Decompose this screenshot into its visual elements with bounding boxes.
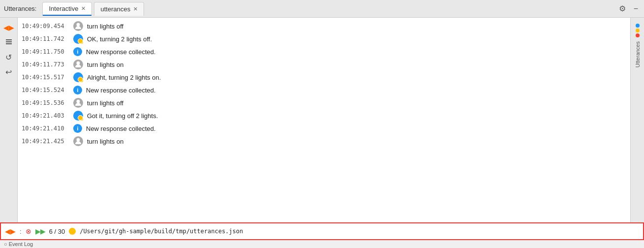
dot-yellow xyxy=(636,29,640,32)
utterance-text: turn lights off xyxy=(87,99,123,107)
timestamp: 10:49:15.524 xyxy=(22,87,73,93)
status-play-icon[interactable]: ◀▶ xyxy=(5,227,16,235)
right-sidebar-label[interactable]: Utterances xyxy=(635,41,641,67)
right-sidebar: Utterances xyxy=(630,18,644,222)
timestamp: 10:49:09.454 xyxy=(22,23,73,30)
settings-button[interactable]: ⚙ xyxy=(617,3,628,14)
svg-rect-0 xyxy=(6,39,12,40)
avatar xyxy=(73,21,83,31)
collapse-button[interactable]: − xyxy=(632,3,640,14)
timestamp: 10:49:11.773 xyxy=(22,61,73,68)
list-sidebar-icon[interactable] xyxy=(3,36,15,48)
avatar: i xyxy=(73,124,82,133)
utterances-list[interactable]: 10:49:09.454turn lights off10:49:11.742O… xyxy=(18,18,630,222)
utterance-text: New response collected. xyxy=(86,87,156,94)
timestamp: 10:49:21.425 xyxy=(22,138,73,145)
list-item[interactable]: 10:49:11.742OK, turning 2 lights off. xyxy=(18,32,630,45)
utterances-header-label: Utterances: xyxy=(4,5,36,12)
avatar: i xyxy=(73,47,82,56)
tab-interactive-close[interactable]: ✕ xyxy=(81,6,86,11)
tab-utterances[interactable]: utterances ✕ xyxy=(94,2,144,16)
event-log-bar: ○ Event Log xyxy=(0,240,644,248)
avatar xyxy=(73,111,83,121)
list-item[interactable]: 10:49:21.425turn lights on xyxy=(18,135,630,148)
utterance-text: New response collected. xyxy=(86,48,156,56)
main-area: ◀▶ ↺ ↩ 10:49:09.454turn lights off10:49:… xyxy=(0,18,644,222)
play-sidebar-icon[interactable]: ◀▶ xyxy=(3,22,15,33)
list-item[interactable]: 10:49:09.454turn lights off xyxy=(18,20,630,32)
list-item[interactable]: 10:49:21.403Got it, turning off 2 lights… xyxy=(18,109,630,122)
right-sidebar-dots xyxy=(636,24,640,37)
tab-utterances-close[interactable]: ✕ xyxy=(133,6,138,12)
svg-rect-1 xyxy=(6,41,12,42)
svg-point-3 xyxy=(77,23,80,27)
status-path: /Users/git/gh-sample/build/tmp/utterance… xyxy=(80,228,639,235)
tab-bar-actions: ⚙ − xyxy=(617,3,640,14)
event-log-label[interactable]: ○ Event Log xyxy=(4,241,33,247)
status-separator: : xyxy=(20,228,22,235)
tab-utterances-label: utterances xyxy=(100,5,130,13)
left-sidebar: ◀▶ ↺ ↩ xyxy=(0,18,18,222)
dot-red xyxy=(636,33,640,37)
avatar xyxy=(73,60,83,69)
list-item[interactable]: 10:49:21.410iNew response collected. xyxy=(18,122,630,135)
utterance-text: New response collected. xyxy=(86,125,156,132)
status-count: 6 / 30 xyxy=(49,228,65,235)
timestamp: 10:49:15.517 xyxy=(22,74,73,81)
svg-point-4 xyxy=(77,62,80,65)
list-item[interactable]: 10:49:15.517Alright, turning 2 lights on… xyxy=(18,71,630,84)
avatar xyxy=(73,136,83,146)
utterance-text: Got it, turning off 2 lights. xyxy=(87,112,158,120)
status-bar: ◀▶ : ⊗ ▶▶ 6 / 30 /Users/git/gh-sample/bu… xyxy=(0,222,644,240)
utterance-text: turn lights on xyxy=(87,61,123,68)
timestamp: 10:49:15.536 xyxy=(22,99,73,106)
list-item[interactable]: 10:49:15.536turn lights off xyxy=(18,96,630,109)
list-item[interactable]: 10:49:11.773turn lights on xyxy=(18,58,630,71)
utterance-text: turn lights off xyxy=(87,23,123,30)
dot-blue xyxy=(636,24,640,28)
utterance-text: turn lights on xyxy=(87,138,123,145)
tab-interactive-label: Interactive xyxy=(49,5,78,12)
undo-sidebar-icon[interactable]: ↩ xyxy=(3,66,15,78)
list-item[interactable]: 10:49:11.750iNew response collected. xyxy=(18,45,630,58)
timestamp: 10:49:21.403 xyxy=(22,112,73,119)
svg-point-6 xyxy=(77,138,80,142)
tab-bar: Utterances: Interactive ✕ utterances ✕ ⚙… xyxy=(0,0,644,18)
timestamp: 10:49:11.742 xyxy=(22,35,73,42)
utterance-text: OK, turning 2 lights off. xyxy=(87,35,152,43)
avatar xyxy=(73,72,83,82)
tab-interactive[interactable]: Interactive ✕ xyxy=(42,2,92,16)
refresh-sidebar-icon[interactable]: ↺ xyxy=(3,51,15,63)
avatar: i xyxy=(73,86,82,94)
svg-point-5 xyxy=(77,100,80,103)
svg-rect-2 xyxy=(6,43,12,44)
timestamp: 10:49:21.410 xyxy=(22,125,73,132)
avatar xyxy=(73,34,83,44)
list-item[interactable]: 10:49:15.524iNew response collected. xyxy=(18,84,630,96)
status-skip-icon[interactable]: ▶▶ xyxy=(35,228,45,235)
timestamp: 10:49:11.750 xyxy=(22,48,73,55)
status-stop-icon[interactable]: ⊗ xyxy=(26,227,31,235)
avatar xyxy=(73,98,83,108)
status-dot xyxy=(69,228,76,235)
bottom-area: ◀▶ : ⊗ ▶▶ 6 / 30 /Users/git/gh-sample/bu… xyxy=(0,222,644,248)
utterance-text: Alright, turning 2 lights on. xyxy=(87,74,161,81)
